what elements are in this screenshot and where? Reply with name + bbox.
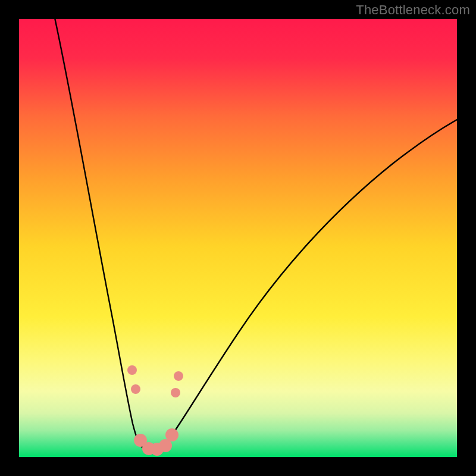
chart-gradient-background (19, 19, 457, 457)
marker-dot (131, 384, 140, 394)
marker-dot (174, 371, 183, 381)
bottleneck-chart (0, 0, 476, 476)
marker-dot (127, 365, 137, 375)
chart-frame: TheBottleneck.com (0, 0, 476, 476)
marker-dot (171, 388, 180, 397)
marker-dot (165, 428, 178, 441)
watermark-text: TheBottleneck.com (356, 2, 470, 18)
